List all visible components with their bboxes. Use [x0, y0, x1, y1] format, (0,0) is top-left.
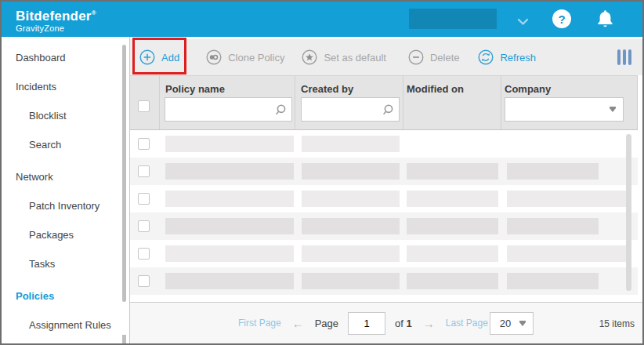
set-as-default-label: Set as default	[324, 52, 386, 64]
sidebar-item-blocklist[interactable]: Blocklist	[2, 101, 129, 130]
main-panel: Add Clone Policy Set as default Delete R…	[129, 37, 642, 343]
table-row[interactable]	[130, 212, 638, 240]
redacted-policy-name	[165, 191, 294, 207]
redacted-created-by	[302, 273, 400, 289]
table-body	[130, 130, 638, 295]
page-label: Page	[315, 318, 338, 329]
sidebar-scrollbar-end[interactable]	[122, 335, 126, 343]
sidebar-item-tasks[interactable]: Tasks	[2, 249, 129, 278]
col-modified-on: Modified on	[407, 83, 464, 95]
clone-policy-label: Clone Policy	[228, 52, 284, 64]
col-company: Company	[505, 83, 551, 95]
delete-button[interactable]: Delete	[408, 49, 460, 65]
page-size-select[interactable]: 20	[490, 312, 534, 335]
table-row[interactable]	[130, 267, 638, 295]
redacted-modified-on	[407, 245, 498, 262]
of-label: of	[395, 318, 403, 329]
gravityzone-window: Bitdefender® GravityZone ? Dashboard Inc…	[0, 0, 644, 345]
redacted-company	[507, 245, 627, 262]
clone-icon	[206, 49, 222, 65]
redacted-company	[507, 273, 599, 289]
sidebar-scrollbar-thumb[interactable]	[122, 45, 126, 302]
redacted-company	[507, 191, 627, 207]
first-page-link[interactable]: First Page	[238, 318, 281, 329]
table-scrollbar-thumb[interactable]	[626, 134, 631, 291]
company-filter-select[interactable]	[505, 97, 624, 122]
sidebar-item-policies[interactable]: Policies	[2, 281, 129, 310]
row-checkbox[interactable]	[138, 220, 150, 232]
sidebar-item-network[interactable]: Network	[2, 162, 129, 191]
policies-toolbar: Add Clone Policy Set as default Delete R…	[130, 39, 642, 75]
brand-logo: Bitdefender® GravityZone	[16, 6, 96, 34]
plus-circle-icon	[139, 49, 155, 65]
total-pages: 1	[407, 318, 412, 329]
redacted-company	[507, 163, 599, 180]
last-page-link[interactable]: Last Page	[446, 318, 488, 329]
topbar: Bitdefender® GravityZone ?	[2, 2, 642, 37]
redacted-modified-on	[407, 218, 498, 234]
minus-circle-icon	[408, 49, 424, 65]
redacted-modified-on	[407, 163, 498, 180]
redacted-created-by	[302, 245, 400, 262]
add-label: Add	[161, 52, 179, 64]
row-checkbox[interactable]	[138, 138, 150, 150]
brand-text: Bitdefender	[16, 9, 92, 24]
sidebar-item-patch-inventory[interactable]: Patch Inventory	[2, 191, 129, 220]
policy-name-filter-input[interactable]	[165, 97, 292, 122]
sidebar-item-assignment-rules[interactable]: Assignment Rules	[2, 310, 129, 340]
account-name-redacted[interactable]	[409, 9, 497, 29]
registered-mark: ®	[92, 9, 96, 16]
col-created-by: Created by	[301, 83, 353, 95]
redacted-policy-name	[165, 163, 294, 180]
dropdown-caret-icon	[519, 322, 526, 326]
sidebar: Dashboard Incidents Blocklist Search Net…	[2, 37, 129, 343]
sidebar-item-dashboard[interactable]: Dashboard	[2, 43, 129, 72]
sidebar-item-incidents[interactable]: Incidents	[2, 72, 129, 101]
select-all-checkbox[interactable]	[138, 100, 150, 112]
table-header: Policy name Created by Modified on Compa…	[130, 75, 638, 130]
col-policy-name: Policy name	[165, 83, 225, 95]
row-checkbox[interactable]	[138, 193, 150, 205]
redacted-modified-on	[407, 273, 498, 289]
redacted-created-by	[302, 218, 400, 234]
row-checkbox[interactable]	[138, 165, 150, 177]
bell-icon	[595, 9, 615, 30]
refresh-button[interactable]: Refresh	[478, 49, 536, 65]
chevron-down-icon[interactable]	[517, 15, 529, 29]
page-input[interactable]	[348, 312, 385, 335]
redacted-created-by	[302, 163, 400, 180]
items-count: 15 items	[599, 318, 635, 329]
refresh-icon	[478, 49, 494, 65]
refresh-label: Refresh	[500, 52, 536, 64]
columns-icon[interactable]	[617, 49, 631, 65]
table-row[interactable]	[130, 240, 638, 267]
table-row[interactable]	[130, 185, 638, 212]
table-row[interactable]	[130, 130, 638, 158]
redacted-policy-name	[165, 218, 294, 234]
page-size-value: 20	[500, 318, 511, 329]
notifications-button[interactable]	[595, 9, 615, 33]
redacted-created-by	[302, 136, 400, 152]
redacted-modified-on	[407, 191, 498, 207]
row-checkbox[interactable]	[138, 275, 150, 287]
question-icon: ?	[558, 13, 565, 26]
table-row[interactable]	[130, 158, 638, 185]
next-page-icon[interactable]: →	[423, 317, 435, 330]
sidebar-item-search[interactable]: Search	[2, 130, 129, 159]
add-button[interactable]: Add	[139, 49, 179, 65]
prev-page-icon[interactable]: ←	[292, 317, 304, 330]
set-as-default-button[interactable]: Set as default	[302, 49, 386, 65]
redacted-policy-name	[165, 245, 294, 262]
redacted-created-by	[302, 191, 400, 207]
clone-policy-button[interactable]: Clone Policy	[206, 49, 284, 65]
redacted-company	[507, 218, 599, 234]
brand-name: Bitdefender®	[16, 6, 96, 24]
row-checkbox[interactable]	[138, 248, 150, 260]
brand-product: GravityZone	[16, 24, 96, 34]
sidebar-item-packages[interactable]: Packages	[2, 220, 129, 249]
created-by-filter-input[interactable]	[301, 97, 400, 122]
redacted-policy-name	[165, 136, 294, 152]
dropdown-caret-icon	[610, 108, 616, 112]
redacted-policy-name	[165, 273, 294, 289]
help-button[interactable]: ?	[552, 9, 571, 28]
